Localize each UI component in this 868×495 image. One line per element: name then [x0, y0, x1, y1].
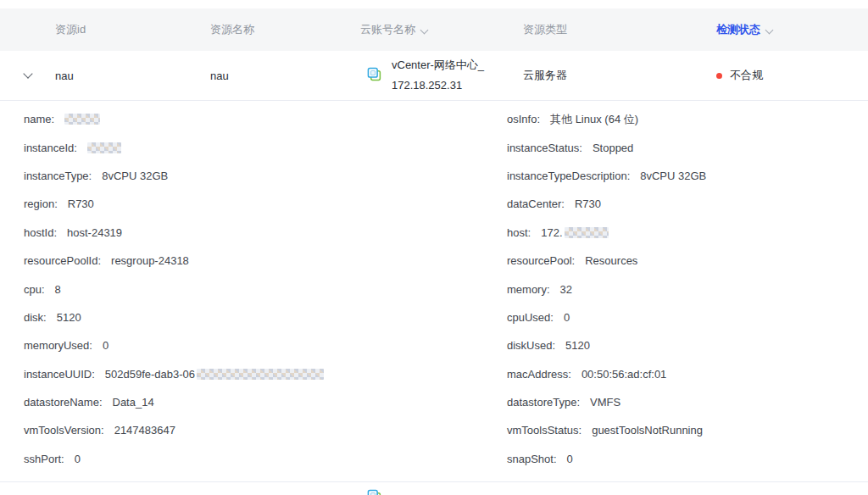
detail-field-label: hostId: — [24, 226, 57, 239]
detail-field-value: Data_14 — [113, 396, 154, 409]
detail-field-row: cpu:8 — [24, 275, 434, 303]
detail-field-row: memory:32 — [507, 275, 868, 303]
detail-field-row: snapShot:0 — [507, 445, 868, 473]
column-header-label: 资源类型 — [523, 23, 567, 36]
detail-field-row: cpuUsed:0 — [507, 303, 868, 331]
detail-field-label: cpuUsed: — [507, 311, 554, 324]
row-divider — [0, 481, 868, 482]
redacted-value — [197, 369, 324, 380]
table-row[interactable]: nau nau vCenter-网络中心_ 172.18.252.31 云服务器 — [0, 51, 868, 101]
detail-field-label: instanceTypeDescription: — [507, 170, 630, 182]
detail-field-label: osInfo: — [507, 113, 540, 125]
resource-name-value: nau — [210, 70, 229, 82]
detail-field-value: 32 — [560, 283, 572, 296]
resource-type-value: 云服务器 — [523, 69, 567, 81]
detail-field-label: host: — [507, 226, 531, 239]
resource-detail-page: 资源id 资源名称 云账号名称 资源类型 检测状态 nau nau — [0, 0, 868, 495]
column-header-resource-name: 资源名称 — [210, 22, 360, 37]
detail-field-label: instanceType: — [24, 170, 92, 182]
detail-field-label: macAddress: — [507, 368, 571, 381]
detail-field-value: VMFS — [590, 396, 620, 409]
detail-field-row: datastoreType:VMFS — [507, 388, 868, 416]
column-header-cloud-account[interactable]: 云账号名称 — [360, 22, 523, 37]
detail-field-label: snapShot: — [507, 453, 557, 465]
detail-field-label: instanceStatus: — [507, 142, 582, 154]
detail-field-value: 502d59fe-dab3-06 — [105, 368, 195, 381]
expanded-detail-panel: name:instanceId:instanceType:8vCPU 32GBr… — [0, 102, 868, 473]
detail-field-row: disk:5120 — [24, 303, 434, 331]
cell-check-status: 不合规 — [716, 68, 868, 83]
detail-field-label: datastoreName: — [24, 396, 103, 409]
detail-field-value: 2147483647 — [114, 424, 175, 437]
vcenter-icon — [367, 67, 381, 84]
chevron-down-icon — [420, 25, 429, 34]
detail-field-row: region:R730 — [24, 190, 434, 218]
cell-resource-id: nau — [55, 70, 210, 82]
detail-field-label: disk: — [24, 311, 47, 324]
detail-field-value: 0 — [75, 453, 81, 465]
detail-field-row: resourcePoolId:resgroup-24318 — [24, 247, 434, 275]
detail-field-row: datastoreName:Data_14 — [24, 388, 434, 416]
detail-field-row: vmToolsVersion:2147483647 — [24, 416, 434, 444]
chevron-down-icon — [765, 25, 774, 34]
detail-field-row: memoryUsed:0 — [24, 331, 434, 359]
detail-field-label: instanceUUID: — [24, 368, 95, 381]
cell-resource-name: nau — [210, 70, 360, 82]
column-header-label: 云账号名称 — [360, 22, 415, 37]
redacted-value — [64, 114, 100, 125]
detail-field-value: 5120 — [565, 339, 590, 352]
detail-field-label: resourcePoolId: — [24, 254, 101, 267]
column-header-check-status[interactable]: 检测状态 — [716, 22, 868, 37]
detail-field-label: region: — [24, 197, 58, 210]
detail-field-value: 5120 — [57, 311, 81, 324]
detail-field-value: 8 — [55, 283, 61, 296]
resource-id-value: nau — [55, 70, 74, 82]
detail-field-label: vmToolsVersion: — [24, 424, 104, 437]
detail-field-label: sshPort: — [24, 453, 64, 465]
detail-column-right: osInfo:其他 Linux (64 位)instanceStatus:Sto… — [434, 105, 868, 473]
detail-field-row: instanceType:8vCPU 32GB — [24, 162, 434, 190]
detail-field-label: datastoreType: — [507, 396, 580, 409]
detail-field-value: host-24319 — [67, 226, 122, 239]
cell-cloud-account: vCenter-网络中心_ 172.18.252.31 — [360, 55, 523, 96]
detail-field-row: instanceUUID:502d59fe-dab3-06 — [24, 360, 434, 388]
status-badge: 不合规 — [730, 68, 763, 83]
detail-field-row: resourcePool:Resources — [507, 247, 868, 275]
detail-field-value: 0 — [103, 339, 108, 352]
detail-field-row: host:172. — [507, 219, 868, 247]
vcenter-icon — [367, 489, 381, 495]
detail-field-value: 其他 Linux (64 位) — [550, 112, 638, 127]
detail-field-label: dataCenter: — [507, 197, 565, 210]
detail-field-label: resourcePool: — [507, 254, 575, 267]
column-header-label: 检测状态 — [716, 22, 760, 37]
detail-field-row: name: — [24, 105, 434, 133]
cloud-account-line1: vCenter-网络中心_ — [392, 55, 484, 75]
expand-chevron-icon[interactable] — [23, 69, 32, 78]
detail-field-row: dataCenter:R730 — [507, 190, 868, 218]
detail-field-row: vmToolsStatus:guestToolsNotRunning — [507, 416, 868, 444]
detail-field-row: sshPort:0 — [24, 445, 434, 473]
row-expand-cell[interactable] — [0, 74, 55, 77]
detail-field-row: instanceTypeDescription:8vCPU 32GB — [507, 162, 868, 190]
column-header-resource-type: 资源类型 — [523, 22, 716, 37]
detail-field-row: hostId:host-24319 — [24, 219, 434, 247]
cloud-account-name: vCenter-网络中心_ 172.18.252.31 — [392, 55, 484, 96]
column-header-resource-id: 资源id — [55, 22, 210, 37]
detail-field-label: diskUsed: — [507, 339, 555, 352]
status-dot-icon — [716, 73, 722, 79]
detail-field-value: 0 — [567, 453, 573, 465]
detail-field-row: instanceStatus:Stopped — [507, 133, 868, 161]
column-header-label: 资源名称 — [210, 23, 254, 36]
detail-field-value: 00:50:56:ad:cf:01 — [581, 368, 666, 381]
column-header-label: 资源id — [55, 23, 86, 36]
detail-field-value: 172. — [541, 226, 562, 239]
detail-field-row: diskUsed:5120 — [507, 331, 868, 359]
detail-field-value: Resources — [585, 254, 637, 267]
detail-field-value: R730 — [68, 197, 94, 210]
table-header-row: 资源id 资源名称 云账号名称 资源类型 检测状态 — [0, 8, 868, 51]
detail-field-value: R730 — [575, 197, 601, 210]
detail-field-label: vmToolsStatus: — [507, 424, 581, 437]
detail-field-label: cpu: — [24, 283, 45, 296]
redacted-value — [565, 227, 609, 238]
detail-field-label: memory: — [507, 283, 550, 296]
